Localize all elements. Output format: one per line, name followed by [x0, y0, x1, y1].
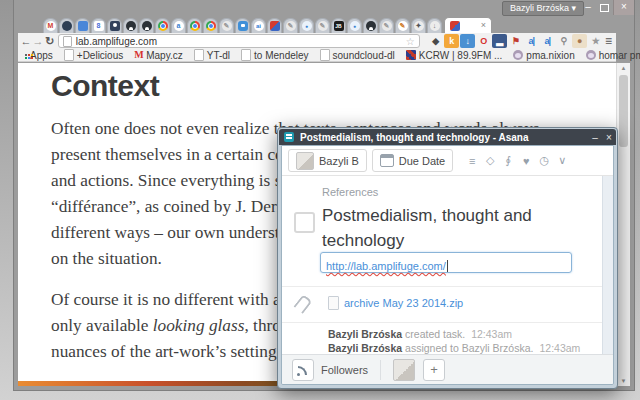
scrollbar-thumb[interactable] [619, 75, 628, 147]
follower-avatar[interactable] [393, 359, 415, 381]
bookmark-star-icon[interactable]: ☆ [406, 36, 415, 47]
browser-tab[interactable] [219, 18, 234, 33]
extension-button[interactable]: ↓ [460, 34, 475, 48]
page-scrollbar[interactable]: ▲ ▼ [616, 63, 630, 386]
browser-tab[interactable] [75, 18, 90, 33]
address-input[interactable]: lab.amplifuge.com [76, 36, 157, 47]
bookmark-item[interactable]: Mapy.cz [134, 50, 183, 61]
extension-button[interactable]: ⚲ [556, 34, 571, 48]
browser-tab[interactable] [411, 18, 426, 33]
bookmark-item[interactable]: homar pma [586, 50, 640, 61]
bookmark-item[interactable]: KCRW | 89.9FM ... [406, 50, 503, 61]
tab-favicon-icon [382, 21, 392, 31]
popup-scrollbar[interactable] [602, 176, 613, 354]
task-pane: Bazyli B Due Date ≡◇∮♥◷∨ References Post… [281, 145, 614, 385]
window-maximize-button[interactable] [598, 0, 610, 16]
extension-button[interactable]: O [476, 34, 491, 48]
popup-minimize-button[interactable]: – [588, 132, 602, 143]
tab-favicon-icon [126, 21, 136, 31]
browser-tab[interactable] [59, 18, 74, 33]
tab-favicon-icon [110, 21, 120, 31]
notes-input[interactable]: http://lab.amplifuge.com/ [320, 252, 572, 273]
browser-tab[interactable] [235, 18, 250, 33]
activity-row: Bazyli Brzóska created task.12:43am [328, 328, 580, 342]
browser-tab[interactable] [155, 18, 170, 33]
tab-close-icon[interactable]: × [481, 21, 486, 30]
address-bar[interactable]: lab.amplifuge.com ☆ [58, 34, 420, 48]
task-toolbar-button[interactable]: ◷ [538, 154, 550, 167]
browser-tab[interactable] [107, 18, 122, 33]
back-button[interactable]: ← [20, 35, 32, 47]
task-checkbox[interactable] [294, 212, 315, 233]
bookmark-item[interactable]: +Delicious [64, 49, 123, 61]
browser-tab[interactable] [171, 18, 186, 33]
bookmark-item[interactable]: YT-dl [194, 49, 230, 61]
browser-tab[interactable] [283, 18, 298, 33]
extension-button[interactable]: ★ [588, 34, 603, 48]
task-toolbar-button[interactable]: ♥ [520, 155, 532, 167]
bookmark-item[interactable]: Apps [24, 50, 53, 61]
task-toolbar-button[interactable]: ∨ [556, 154, 568, 167]
forward-button[interactable]: → [32, 35, 44, 47]
extension-button[interactable]: a| [524, 34, 539, 48]
attachment-link[interactable]: archive May 23 2014.zip [344, 297, 463, 309]
browser-tab[interactable] [427, 18, 442, 33]
notes-link-text[interactable]: http://lab.amplifuge.com/ [326, 260, 446, 272]
assignee-button[interactable]: Bazyli B [288, 149, 367, 172]
reload-button[interactable]: ↻ [44, 35, 56, 48]
task-toolbar-button[interactable]: ◇ [484, 154, 496, 167]
browser-tab[interactable] [363, 18, 378, 33]
extension-button[interactable]: ◆ [428, 34, 443, 48]
browser-tab[interactable] [91, 18, 106, 33]
browser-tab[interactable] [43, 18, 58, 33]
browser-tab[interactable] [395, 18, 410, 33]
extension-button[interactable]: ▂ [492, 34, 507, 48]
bookmark-item[interactable]: pma.nixion [513, 50, 574, 61]
followers-button[interactable] [292, 359, 314, 381]
browser-tab[interactable] [315, 18, 330, 33]
browser-tab[interactable] [267, 18, 282, 33]
active-tab[interactable]: × [444, 17, 492, 33]
bookmark-icon [25, 54, 27, 56]
extension-button[interactable]: ● [572, 34, 587, 48]
browser-tab[interactable] [299, 18, 314, 33]
bookmark-item[interactable]: to Mendeley [241, 49, 308, 61]
task-toolbar-button[interactable]: ∮ [502, 154, 514, 167]
bookmark-label: to Mendeley [254, 50, 308, 61]
task-toolbar-button[interactable]: ≡ [466, 155, 478, 167]
window-close-button[interactable]: × [613, 0, 634, 15]
bookmark-label: pma.nixion [526, 50, 574, 61]
bookmark-label: +Delicious [77, 50, 123, 61]
add-follower-button[interactable]: + [423, 359, 445, 381]
popup-close-button[interactable]: × [602, 132, 616, 143]
scroll-up-arrow[interactable]: ▲ [617, 63, 630, 73]
browser-tab[interactable] [331, 18, 346, 33]
browser-tab[interactable] [347, 18, 362, 33]
tab-favicon-icon [366, 21, 376, 31]
scroll-down-arrow[interactable]: ▼ [617, 376, 630, 386]
browser-tab[interactable] [123, 18, 138, 33]
task-title[interactable]: Postmedialism, thought and technology [322, 203, 567, 253]
bookmark-icon [241, 49, 251, 61]
bookmark-item[interactable]: soundcloud-dl [320, 49, 395, 61]
extension-button[interactable]: a| [540, 34, 555, 48]
rss-icon [297, 365, 308, 376]
tab-favicon-icon [190, 21, 200, 31]
due-date-button[interactable]: Due Date [372, 149, 453, 172]
tab-favicon-icon [158, 21, 168, 31]
browser-tab[interactable] [251, 18, 266, 33]
followers-label: Followers [321, 364, 368, 376]
project-label[interactable]: References [322, 186, 378, 198]
extension-button[interactable]: ⚑ [508, 34, 523, 48]
profile-chip[interactable]: Bazyli Brzóska ▾ [502, 1, 584, 16]
browser-tab[interactable] [187, 18, 202, 33]
browser-tab[interactable] [203, 18, 218, 33]
extension-button[interactable]: k [444, 34, 459, 48]
menu-button[interactable]: ≡ [603, 34, 614, 48]
window-minimize-button[interactable]: – [582, 0, 594, 14]
browser-tab[interactable] [139, 18, 154, 33]
tab-favicon-icon [398, 21, 408, 31]
active-tab-favicon-icon [450, 21, 460, 31]
text-caret [447, 260, 448, 272]
browser-tab[interactable] [379, 18, 394, 33]
